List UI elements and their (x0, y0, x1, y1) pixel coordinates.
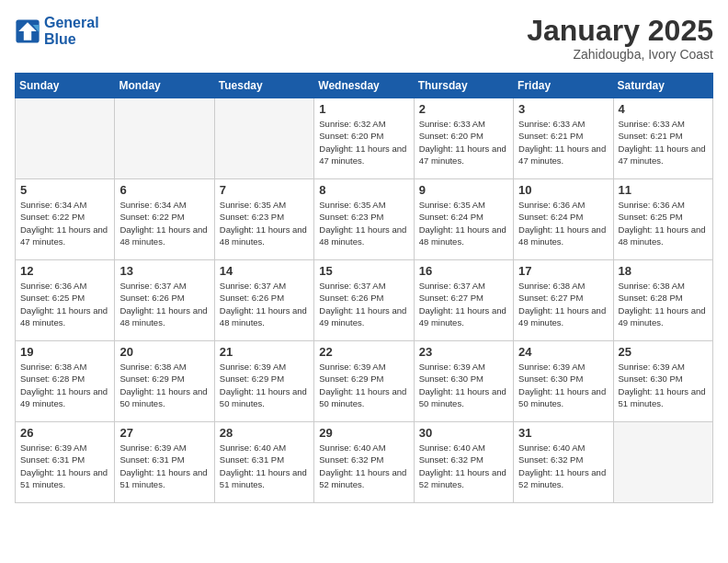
day-info: Sunrise: 6:34 AM Sunset: 6:22 PM Dayligh… (20, 199, 109, 247)
calendar-week-4: 19Sunrise: 6:38 AM Sunset: 6:28 PM Dayli… (16, 341, 713, 422)
day-number: 9 (419, 183, 508, 197)
title-block: January 2025 Zahidougba, Ivory Coast (527, 15, 713, 62)
calendar-cell: 4Sunrise: 6:33 AM Sunset: 6:21 PM Daylig… (613, 98, 712, 179)
day-number: 16 (419, 264, 508, 278)
calendar-cell: 10Sunrise: 6:36 AM Sunset: 6:24 PM Dayli… (514, 179, 613, 260)
calendar-cell: 30Sunrise: 6:40 AM Sunset: 6:32 PM Dayli… (414, 422, 513, 503)
header-sunday: Sunday (16, 74, 115, 98)
calendar-cell: 16Sunrise: 6:37 AM Sunset: 6:27 PM Dayli… (414, 260, 513, 341)
calendar-cell: 25Sunrise: 6:39 AM Sunset: 6:30 PM Dayli… (613, 341, 712, 422)
header-wednesday: Wednesday (314, 74, 414, 98)
calendar-cell: 19Sunrise: 6:38 AM Sunset: 6:28 PM Dayli… (16, 341, 115, 422)
logo-text: General Blue (44, 15, 99, 47)
day-number: 4 (619, 102, 708, 116)
calendar-cell: 6Sunrise: 6:34 AM Sunset: 6:22 PM Daylig… (115, 179, 214, 260)
day-number: 15 (319, 264, 408, 278)
calendar-cell: 1Sunrise: 6:32 AM Sunset: 6:20 PM Daylig… (314, 98, 414, 179)
day-number: 27 (119, 426, 209, 440)
day-info: Sunrise: 6:32 AM Sunset: 6:20 PM Dayligh… (319, 118, 408, 167)
day-number: 21 (220, 345, 309, 359)
calendar-cell (613, 422, 712, 503)
day-number: 6 (119, 183, 209, 197)
day-number: 3 (518, 102, 608, 116)
calendar-cell: 27Sunrise: 6:39 AM Sunset: 6:31 PM Dayli… (115, 422, 214, 503)
day-info: Sunrise: 6:33 AM Sunset: 6:21 PM Dayligh… (619, 118, 708, 167)
day-number: 2 (419, 102, 508, 116)
logo-icon (15, 18, 40, 44)
day-number: 30 (419, 426, 508, 440)
day-info: Sunrise: 6:40 AM Sunset: 6:32 PM Dayligh… (518, 442, 608, 490)
calendar-header-row: SundayMondayTuesdayWednesdayThursdayFrid… (16, 74, 713, 98)
calendar-table: SundayMondayTuesdayWednesdayThursdayFrid… (15, 73, 713, 503)
calendar-title: January 2025 (527, 15, 713, 47)
day-number: 17 (518, 264, 608, 278)
calendar-cell (115, 98, 214, 179)
calendar-week-3: 12Sunrise: 6:36 AM Sunset: 6:25 PM Dayli… (16, 260, 713, 341)
day-info: Sunrise: 6:39 AM Sunset: 6:30 PM Dayligh… (619, 361, 708, 409)
day-info: Sunrise: 6:40 AM Sunset: 6:32 PM Dayligh… (319, 442, 408, 490)
day-number: 25 (619, 345, 708, 359)
calendar-cell: 18Sunrise: 6:38 AM Sunset: 6:28 PM Dayli… (613, 260, 712, 341)
calendar-cell: 15Sunrise: 6:37 AM Sunset: 6:26 PM Dayli… (314, 260, 414, 341)
day-number: 18 (619, 264, 708, 278)
day-number: 26 (20, 426, 109, 440)
day-number: 19 (20, 345, 109, 359)
day-info: Sunrise: 6:39 AM Sunset: 6:30 PM Dayligh… (419, 361, 508, 409)
day-info: Sunrise: 6:36 AM Sunset: 6:25 PM Dayligh… (20, 280, 109, 328)
day-info: Sunrise: 6:36 AM Sunset: 6:24 PM Dayligh… (518, 199, 608, 247)
calendar-cell: 5Sunrise: 6:34 AM Sunset: 6:22 PM Daylig… (16, 179, 115, 260)
day-info: Sunrise: 6:37 AM Sunset: 6:26 PM Dayligh… (220, 280, 309, 328)
calendar-cell: 24Sunrise: 6:39 AM Sunset: 6:30 PM Dayli… (514, 341, 613, 422)
calendar-week-5: 26Sunrise: 6:39 AM Sunset: 6:31 PM Dayli… (16, 422, 713, 503)
day-info: Sunrise: 6:36 AM Sunset: 6:25 PM Dayligh… (619, 199, 708, 247)
day-number: 13 (119, 264, 209, 278)
day-number: 31 (518, 426, 608, 440)
calendar-cell: 3Sunrise: 6:33 AM Sunset: 6:21 PM Daylig… (514, 98, 613, 179)
day-number: 1 (319, 102, 408, 116)
logo: General Blue (15, 15, 99, 47)
day-info: Sunrise: 6:35 AM Sunset: 6:23 PM Dayligh… (220, 199, 309, 247)
calendar-cell: 11Sunrise: 6:36 AM Sunset: 6:25 PM Dayli… (613, 179, 712, 260)
calendar-cell: 21Sunrise: 6:39 AM Sunset: 6:29 PM Dayli… (214, 341, 313, 422)
header-thursday: Thursday (414, 74, 513, 98)
calendar-cell: 14Sunrise: 6:37 AM Sunset: 6:26 PM Dayli… (214, 260, 313, 341)
day-info: Sunrise: 6:39 AM Sunset: 6:29 PM Dayligh… (319, 361, 408, 409)
day-info: Sunrise: 6:34 AM Sunset: 6:22 PM Dayligh… (119, 199, 209, 247)
calendar-cell: 26Sunrise: 6:39 AM Sunset: 6:31 PM Dayli… (16, 422, 115, 503)
day-info: Sunrise: 6:33 AM Sunset: 6:21 PM Dayligh… (518, 118, 608, 167)
calendar-cell: 9Sunrise: 6:35 AM Sunset: 6:24 PM Daylig… (414, 179, 513, 260)
day-info: Sunrise: 6:37 AM Sunset: 6:26 PM Dayligh… (119, 280, 209, 328)
day-info: Sunrise: 6:35 AM Sunset: 6:24 PM Dayligh… (419, 199, 508, 247)
calendar-cell: 12Sunrise: 6:36 AM Sunset: 6:25 PM Dayli… (16, 260, 115, 341)
day-number: 11 (619, 183, 708, 197)
calendar-cell: 31Sunrise: 6:40 AM Sunset: 6:32 PM Dayli… (514, 422, 613, 503)
page-header: General Blue January 2025 Zahidougba, Iv… (15, 15, 713, 62)
day-number: 28 (220, 426, 309, 440)
day-info: Sunrise: 6:38 AM Sunset: 6:29 PM Dayligh… (119, 361, 209, 409)
header-monday: Monday (115, 74, 214, 98)
header-saturday: Saturday (613, 74, 712, 98)
day-info: Sunrise: 6:39 AM Sunset: 6:29 PM Dayligh… (220, 361, 309, 409)
day-info: Sunrise: 6:40 AM Sunset: 6:31 PM Dayligh… (220, 442, 309, 490)
day-info: Sunrise: 6:39 AM Sunset: 6:31 PM Dayligh… (119, 442, 209, 490)
calendar-cell: 29Sunrise: 6:40 AM Sunset: 6:32 PM Dayli… (314, 422, 414, 503)
day-info: Sunrise: 6:40 AM Sunset: 6:32 PM Dayligh… (419, 442, 508, 490)
calendar-subtitle: Zahidougba, Ivory Coast (527, 47, 713, 62)
day-info: Sunrise: 6:38 AM Sunset: 6:28 PM Dayligh… (619, 280, 708, 328)
day-info: Sunrise: 6:38 AM Sunset: 6:28 PM Dayligh… (20, 361, 109, 409)
calendar-cell: 13Sunrise: 6:37 AM Sunset: 6:26 PM Dayli… (115, 260, 214, 341)
day-number: 23 (419, 345, 508, 359)
day-info: Sunrise: 6:39 AM Sunset: 6:31 PM Dayligh… (20, 442, 109, 490)
day-info: Sunrise: 6:37 AM Sunset: 6:26 PM Dayligh… (319, 280, 408, 328)
calendar-week-1: 1Sunrise: 6:32 AM Sunset: 6:20 PM Daylig… (16, 98, 713, 179)
day-number: 7 (220, 183, 309, 197)
calendar-cell: 22Sunrise: 6:39 AM Sunset: 6:29 PM Dayli… (314, 341, 414, 422)
day-number: 10 (518, 183, 608, 197)
calendar-cell: 28Sunrise: 6:40 AM Sunset: 6:31 PM Dayli… (214, 422, 313, 503)
calendar-cell: 7Sunrise: 6:35 AM Sunset: 6:23 PM Daylig… (214, 179, 313, 260)
day-number: 12 (20, 264, 109, 278)
day-number: 22 (319, 345, 408, 359)
header-tuesday: Tuesday (214, 74, 313, 98)
header-friday: Friday (514, 74, 613, 98)
calendar-week-2: 5Sunrise: 6:34 AM Sunset: 6:22 PM Daylig… (16, 179, 713, 260)
